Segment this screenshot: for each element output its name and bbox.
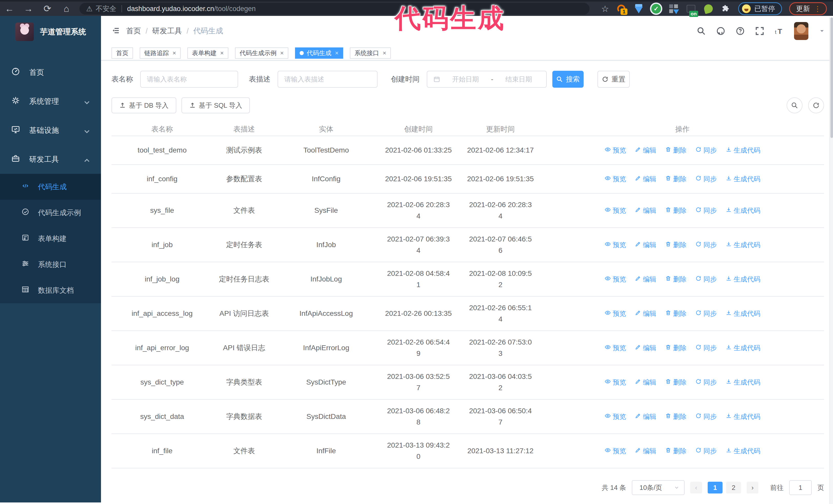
preview-action[interactable]: 预览 xyxy=(604,445,626,457)
tag-5[interactable]: 系统接口× xyxy=(350,47,391,59)
generate-code-action[interactable]: 生成代码 xyxy=(725,205,760,216)
window-scrollbar[interactable] xyxy=(829,18,833,504)
edit-action[interactable]: 编辑 xyxy=(635,411,657,422)
extension-key-icon[interactable] xyxy=(703,4,714,14)
tag-1[interactable]: 链路追踪× xyxy=(140,47,181,59)
close-icon[interactable]: × xyxy=(280,49,284,57)
refresh-table-button[interactable] xyxy=(808,97,824,113)
page-button-1[interactable]: 1 xyxy=(708,482,722,494)
sidebar-subitem-2[interactable]: 表单构建 xyxy=(0,225,101,251)
import-db-button[interactable]: 基于 DB 导入 xyxy=(112,97,176,113)
delete-action[interactable]: 删除 xyxy=(665,342,687,354)
user-avatar[interactable] xyxy=(794,22,808,40)
browser-reload-icon[interactable]: ⟳ xyxy=(38,3,57,14)
delete-action[interactable]: 删除 xyxy=(665,273,687,285)
extension-loop-icon[interactable]: 1 xyxy=(616,4,626,14)
breadcrumb-item-1[interactable]: 研发工具 xyxy=(152,26,182,36)
profile-paused-badge[interactable]: 已暂停 xyxy=(738,2,782,15)
extension-grid-icon[interactable] xyxy=(668,4,679,14)
sync-action[interactable]: 同步 xyxy=(695,411,717,422)
font-size-icon[interactable]: tT xyxy=(775,26,784,35)
extension-gem-icon[interactable] xyxy=(634,4,644,14)
fullscreen-icon[interactable] xyxy=(755,26,764,35)
search-button[interactable]: 搜索 xyxy=(552,71,584,88)
sidebar-subitem-1[interactable]: 代码生成示例 xyxy=(0,200,101,225)
sidebar-item-3[interactable]: 研发工具 xyxy=(0,145,101,174)
delete-action[interactable]: 删除 xyxy=(665,173,687,185)
generate-code-action[interactable]: 生成代码 xyxy=(725,173,760,185)
browser-back-icon[interactable]: ← xyxy=(0,3,19,14)
close-icon[interactable]: × xyxy=(383,49,386,57)
sync-action[interactable]: 同步 xyxy=(695,239,717,250)
sidebar-item-1[interactable]: 系统管理 xyxy=(0,87,101,116)
preview-action[interactable]: 预览 xyxy=(604,308,626,319)
scrollbar-thumb[interactable] xyxy=(830,18,833,138)
edit-action[interactable]: 编辑 xyxy=(635,308,657,319)
generate-code-action[interactable]: 生成代码 xyxy=(725,308,760,319)
page-size-select[interactable]: 10条/页 xyxy=(632,480,685,495)
sync-action[interactable]: 同步 xyxy=(695,308,717,319)
help-icon[interactable] xyxy=(736,26,745,35)
toggle-search-button[interactable] xyxy=(787,97,803,113)
sync-action[interactable]: 同步 xyxy=(695,445,717,457)
sidebar-subitem-0[interactable]: 代码生成 xyxy=(0,174,101,200)
sidebar-item-0[interactable]: 首页 xyxy=(0,58,101,87)
sync-action[interactable]: 同步 xyxy=(695,273,717,285)
generate-code-action[interactable]: 生成代码 xyxy=(725,411,760,422)
delete-action[interactable]: 删除 xyxy=(665,205,687,216)
generate-code-action[interactable]: 生成代码 xyxy=(725,342,760,354)
hamburger-icon[interactable] xyxy=(101,26,126,36)
bookmark-star-icon[interactable]: ☆ xyxy=(601,4,609,14)
breadcrumb-item-0[interactable]: 首页 xyxy=(126,26,141,36)
import-sql-button[interactable]: 基于 SQL 导入 xyxy=(182,97,250,113)
tag-3[interactable]: 代码生成示例× xyxy=(235,47,288,59)
edit-action[interactable]: 编辑 xyxy=(635,145,657,156)
sidebar-subitem-4[interactable]: 数据库文档 xyxy=(0,278,101,303)
edit-action[interactable]: 编辑 xyxy=(635,273,657,285)
table-desc-input[interactable]: 请输入表描述 xyxy=(278,71,378,88)
generate-code-action[interactable]: 生成代码 xyxy=(725,145,760,156)
github-icon[interactable] xyxy=(716,26,725,35)
prev-page-button[interactable]: ‹ xyxy=(690,482,702,494)
tag-2[interactable]: 表单构建× xyxy=(187,47,229,59)
generate-code-action[interactable]: 生成代码 xyxy=(725,273,760,285)
tag-0[interactable]: 首页 xyxy=(112,47,133,59)
browser-menu-dots-icon[interactable]: ⋮ xyxy=(814,5,822,13)
delete-action[interactable]: 删除 xyxy=(665,377,687,388)
address-bar[interactable]: ⚠ 不安全 dashboard.yudao.iocoder.cn/tool/co… xyxy=(79,3,590,15)
sidebar-subitem-3[interactable]: 系统接口 xyxy=(0,251,101,278)
edit-action[interactable]: 编辑 xyxy=(635,205,657,216)
date-range-input[interactable]: 开始日期 - 结束日期 xyxy=(427,71,547,88)
sync-action[interactable]: 同步 xyxy=(695,173,717,185)
preview-action[interactable]: 预览 xyxy=(604,273,626,285)
close-icon[interactable]: × xyxy=(172,49,176,57)
generate-code-action[interactable]: 生成代码 xyxy=(725,377,760,388)
generate-code-action[interactable]: 生成代码 xyxy=(725,445,760,457)
sync-action[interactable]: 同步 xyxy=(695,342,717,354)
edit-action[interactable]: 编辑 xyxy=(635,173,657,185)
delete-action[interactable]: 删除 xyxy=(665,445,687,457)
next-page-button[interactable]: › xyxy=(747,482,758,494)
extension-on-icon[interactable]: on xyxy=(686,4,696,14)
preview-action[interactable]: 预览 xyxy=(604,145,626,156)
preview-action[interactable]: 预览 xyxy=(604,205,626,216)
browser-home-icon[interactable]: ⌂ xyxy=(57,3,76,14)
preview-action[interactable]: 预览 xyxy=(604,377,626,388)
sync-action[interactable]: 同步 xyxy=(695,145,717,156)
edit-action[interactable]: 编辑 xyxy=(635,445,657,457)
delete-action[interactable]: 删除 xyxy=(665,308,687,319)
tag-4[interactable]: 代码生成× xyxy=(295,47,343,59)
delete-action[interactable]: 删除 xyxy=(665,145,687,156)
close-icon[interactable]: × xyxy=(220,49,224,57)
header-search-icon[interactable] xyxy=(697,26,706,35)
page-button-2[interactable]: 2 xyxy=(726,482,741,494)
delete-action[interactable]: 删除 xyxy=(665,239,687,250)
sidebar-item-2[interactable]: 基础设施 xyxy=(0,116,101,145)
preview-action[interactable]: 预览 xyxy=(604,239,626,250)
browser-forward-icon[interactable]: → xyxy=(19,3,38,14)
extensions-puzzle-icon[interactable] xyxy=(721,4,731,14)
preview-action[interactable]: 预览 xyxy=(604,411,626,422)
close-icon[interactable]: × xyxy=(335,49,339,57)
edit-action[interactable]: 编辑 xyxy=(635,377,657,388)
sync-action[interactable]: 同步 xyxy=(695,205,717,216)
